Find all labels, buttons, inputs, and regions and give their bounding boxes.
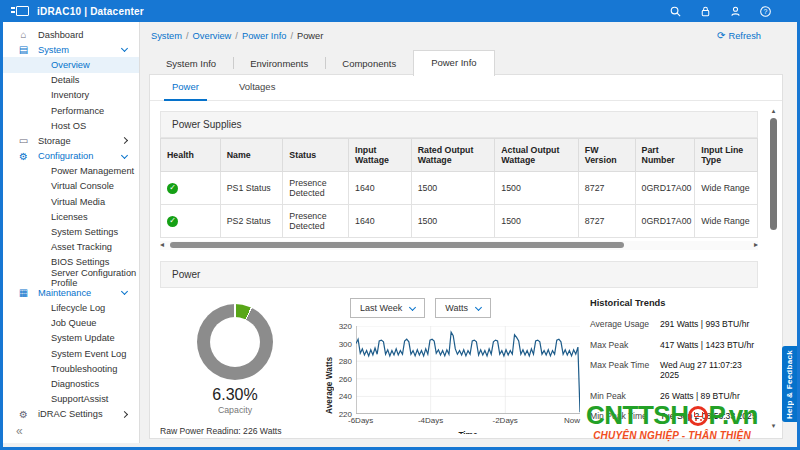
sidebar-item-licenses[interactable]: Licenses xyxy=(3,209,139,224)
sidebar-item-job-queue[interactable]: Job Queue xyxy=(3,316,139,331)
sidebar-item-lifecycle-log[interactable]: Lifecycle Log xyxy=(3,300,139,315)
sidebar-item-system-event-log[interactable]: System Event Log xyxy=(3,346,139,361)
breadcrumb-power-info[interactable]: Power Info xyxy=(242,31,286,41)
chevron-down-icon xyxy=(121,152,128,159)
sidebar-item-overview[interactable]: Overview xyxy=(3,57,139,72)
sidebar-item-host-os[interactable]: Host OS xyxy=(3,118,139,133)
panel-content: Power Supplies HealthNameStatusInput Wat… xyxy=(160,111,758,434)
sidebar-item-label: Power Management xyxy=(51,166,134,176)
help-icon[interactable]: ? xyxy=(759,5,772,18)
sidebar-item-label: Configuration xyxy=(38,151,93,161)
sidebar-item-virtual-console[interactable]: Virtual Console xyxy=(3,179,139,194)
scroll-down-icon[interactable]: ▾ xyxy=(769,422,778,430)
chevron-down-icon xyxy=(121,45,128,52)
breadcrumb-system[interactable]: System xyxy=(151,31,182,41)
sidebar-item-label: Virtual Console xyxy=(51,181,114,191)
brand-logo: CNTTSHP.vn xyxy=(586,402,758,428)
table-cell: 1640 xyxy=(349,172,412,205)
table-cell: 1500 xyxy=(495,172,579,205)
unit-dropdown[interactable]: Watts xyxy=(435,298,491,318)
sidebar-item-troubleshooting[interactable]: Troubleshooting xyxy=(3,361,139,376)
table-cell: PS1 Status xyxy=(220,172,283,205)
historical-trends-title: Historical Trends xyxy=(590,298,758,308)
sidebar-item-asset-tracking[interactable]: Asset Tracking xyxy=(3,240,139,255)
content-panel: PowerVoltages Power Supplies HealthNameS… xyxy=(149,74,783,439)
sidebar-item-inventory[interactable]: Inventory xyxy=(3,88,139,103)
sidebar-collapse-icon[interactable]: « xyxy=(16,424,23,438)
chevron-down-icon xyxy=(409,303,416,310)
sidebar-item-system[interactable]: ▤System xyxy=(3,42,139,57)
sidebar-item-label: Performance xyxy=(51,106,104,116)
subtab-power[interactable]: Power xyxy=(164,81,207,101)
breadcrumb-overview[interactable]: Overview xyxy=(193,31,232,41)
chevron-down-icon xyxy=(121,288,128,295)
help-feedback-tab[interactable]: Help & Feedback xyxy=(782,346,797,422)
table-cell: Presence Detected xyxy=(283,205,349,238)
sidebar-item-performance[interactable]: Performance xyxy=(3,103,139,118)
sidebar-item-dashboard[interactable]: ⌂Dashboard xyxy=(3,27,139,42)
table-cell: 1500 xyxy=(495,205,579,238)
table-cell: PS2 Status xyxy=(220,205,283,238)
table-cell: 1500 xyxy=(411,205,495,238)
y-axis-label: Average Watts xyxy=(324,326,334,414)
column-header-fw-version: FW Version xyxy=(578,139,635,172)
sidebar-item-label: System Settings xyxy=(51,227,118,237)
horizontal-scrollbar[interactable]: ◂ ▸ xyxy=(160,241,758,250)
sidebar-item-label: Licenses xyxy=(51,212,88,222)
sidebar-item-power-management[interactable]: Power Management xyxy=(3,164,139,179)
health-cell: ✓ xyxy=(161,172,221,205)
sidebar-item-label: Diagnostics xyxy=(51,379,99,389)
sidebar-item-server-configuration-profile[interactable]: Server Configuration Profile xyxy=(3,270,139,285)
scroll-up-icon[interactable]: ▴ xyxy=(769,107,778,115)
vertical-scrollbar-thumb[interactable] xyxy=(770,118,777,230)
subtab-bar: PowerVoltages xyxy=(150,75,782,101)
sidebar-item-supportassist[interactable]: SupportAssist xyxy=(3,392,139,407)
storage-icon: ▭ xyxy=(16,135,31,146)
sidebar-item-label: Dashboard xyxy=(38,30,83,40)
search-icon[interactable] xyxy=(669,5,682,18)
refresh-button[interactable]: ⟳Refresh xyxy=(717,30,761,41)
sidebar-item-configuration[interactable]: ⚙Configuration xyxy=(3,149,139,164)
trend-value: 417 Watts | 1423 BTU/hr xyxy=(660,340,754,350)
capacity-donut-chart xyxy=(197,304,273,380)
sidebar: ⌂Dashboard▤SystemOverviewDetailsInventor… xyxy=(3,22,140,443)
app-title: iDRAC10 | Datacenter xyxy=(37,6,144,17)
vertical-scrollbar[interactable]: ▴ ▾ xyxy=(769,107,778,430)
trend-value: 291 Watts | 993 BTU/hr xyxy=(660,319,749,329)
trend-value: Wed Aug 27 11:07:23 2025 xyxy=(660,360,758,380)
sidebar-item-virtual-media[interactable]: Virtual Media xyxy=(3,194,139,209)
breadcrumb: System/Overview/Power Info/Power xyxy=(151,31,323,41)
y-tick-label: 300 xyxy=(339,339,352,348)
table-row: ✓PS2 StatusPresence Detected164015001500… xyxy=(161,205,758,238)
lock-icon[interactable] xyxy=(699,5,712,18)
user-icon[interactable] xyxy=(729,5,742,18)
sidebar-item-label: Inventory xyxy=(51,90,89,100)
tab-environments[interactable]: Environments xyxy=(233,53,325,75)
table-row: ✓PS1 StatusPresence Detected164015001500… xyxy=(161,172,758,205)
tab-components[interactable]: Components xyxy=(325,53,413,75)
tab-system-info[interactable]: System Info xyxy=(149,53,233,75)
sidebar-item-system-settings[interactable]: System Settings xyxy=(3,224,139,239)
tab-power-info[interactable]: Power Info xyxy=(413,50,494,76)
sidebar-item-diagnostics[interactable]: Diagnostics xyxy=(3,376,139,391)
gear-icon: ⚙ xyxy=(16,409,31,420)
scroll-right-icon[interactable]: ▸ xyxy=(754,240,758,249)
sidebar-item-idrac-settings[interactable]: ⚙iDRAC Settings xyxy=(3,407,139,422)
sidebar-item-storage[interactable]: ▭Storage xyxy=(3,133,139,148)
sidebar-item-system-update[interactable]: System Update xyxy=(3,331,139,346)
topbar-actions: ? xyxy=(669,5,772,18)
time-range-dropdown[interactable]: Last Week xyxy=(350,298,425,318)
scroll-left-icon[interactable]: ◂ xyxy=(160,240,164,249)
sidebar-item-details[interactable]: Details xyxy=(3,73,139,88)
table-cell: Wide Range xyxy=(695,172,758,205)
subtab-voltages[interactable]: Voltages xyxy=(231,81,283,101)
home-icon: ⌂ xyxy=(16,29,31,40)
x-tick-label: -6Days xyxy=(348,416,373,425)
table-cell: 0GRD17A00 xyxy=(635,205,695,238)
trend-row-min-peak: Min Peak26 Watts | 89 BTU/hr xyxy=(590,391,758,401)
horizontal-scrollbar-thumb[interactable] xyxy=(170,242,624,248)
sidebar-item-label: Maintenance xyxy=(38,288,91,298)
sidebar-item-maintenance[interactable]: ▦Maintenance xyxy=(3,285,139,300)
table-cell: 8727 xyxy=(578,205,635,238)
column-header-part-number: Part Number xyxy=(635,139,695,172)
